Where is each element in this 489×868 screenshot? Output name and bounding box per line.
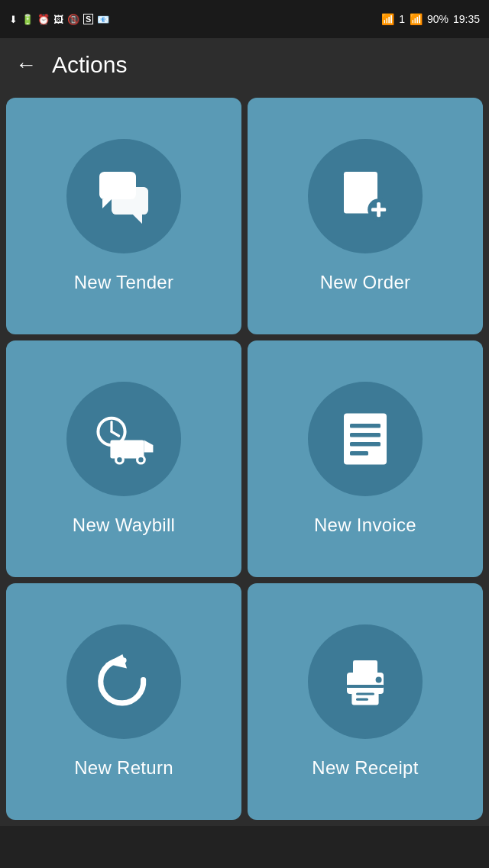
status-icons-left: ⬇ 🔋 ⏰ 🖼 📵 S 📧	[9, 14, 109, 25]
svg-rect-12	[371, 208, 386, 211]
new-return-card[interactable]: New Return	[6, 583, 241, 820]
new-tender-card[interactable]: New Tender	[6, 98, 241, 334]
svg-rect-8	[348, 189, 373, 192]
chat-icon	[93, 166, 154, 227]
svg-line-15	[112, 431, 119, 436]
s-icon: S	[83, 14, 93, 24]
svg-rect-26	[350, 451, 368, 456]
new-receipt-label: New Receipt	[312, 757, 418, 779]
back-button[interactable]: ←	[15, 54, 37, 76]
page-title: Actions	[52, 52, 127, 78]
new-waybill-card[interactable]: New Waybill	[6, 340, 241, 577]
svg-rect-29	[353, 660, 377, 676]
battery-percent: 90%	[427, 13, 449, 25]
svg-point-34	[376, 677, 382, 683]
phone-icon: 📵	[67, 14, 79, 25]
svg-point-21	[138, 457, 143, 462]
svg-rect-25	[350, 442, 381, 447]
top-bar: ← Actions	[0, 38, 489, 92]
new-order-label: New Order	[320, 272, 411, 293]
svg-marker-5	[133, 215, 142, 224]
clock: 19:35	[453, 13, 480, 25]
status-icons-right: 📶 1 📶 90% 19:35	[381, 13, 480, 25]
svg-rect-23	[350, 424, 381, 428]
new-return-icon-circle	[66, 624, 181, 739]
new-order-card[interactable]: New Order	[248, 98, 483, 334]
new-order-icon-circle	[308, 139, 423, 253]
svg-rect-9	[348, 197, 364, 200]
alarm-icon: ⏰	[37, 14, 50, 25]
receipt-icon	[335, 651, 396, 712]
new-waybill-icon-circle	[66, 382, 181, 496]
order-icon	[335, 166, 396, 227]
return-icon	[93, 651, 154, 712]
new-tender-label: New Tender	[74, 272, 174, 293]
status-bar: ⬇ 🔋 ⏰ 🖼 📵 S 📧 📶 1 📶 90% 19:35	[0, 0, 489, 38]
email-icon: 📧	[97, 14, 109, 25]
svg-point-19	[117, 457, 121, 462]
new-invoice-label: New Invoice	[314, 515, 416, 536]
new-invoice-card[interactable]: New Invoice	[248, 340, 483, 577]
svg-rect-31	[356, 692, 374, 695]
battery-icon-left: 🔋	[21, 14, 34, 25]
svg-rect-7	[348, 181, 373, 184]
new-receipt-card[interactable]: New Receipt	[248, 583, 483, 820]
svg-rect-22	[344, 413, 387, 464]
svg-marker-1	[102, 199, 112, 208]
signal-icon: 📶	[410, 13, 423, 25]
svg-rect-32	[356, 699, 368, 701]
svg-rect-24	[350, 433, 381, 437]
actions-grid: New Tender New Order	[0, 92, 489, 826]
svg-rect-33	[347, 685, 384, 688]
new-return-label: New Return	[74, 757, 173, 779]
new-tender-icon-circle	[66, 139, 181, 253]
svg-rect-30	[351, 688, 378, 705]
new-receipt-icon-circle	[308, 624, 423, 739]
image-icon: 🖼	[53, 14, 63, 25]
download-icon: ⬇	[9, 14, 18, 25]
truck-icon	[93, 408, 154, 469]
svg-marker-17	[144, 440, 153, 453]
invoice-icon	[335, 408, 396, 469]
new-invoice-icon-circle	[308, 382, 423, 496]
new-waybill-label: New Waybill	[73, 515, 175, 536]
wifi-icon: 📶	[381, 13, 394, 25]
svg-rect-4	[112, 187, 148, 215]
sim-icon: 1	[399, 13, 405, 25]
